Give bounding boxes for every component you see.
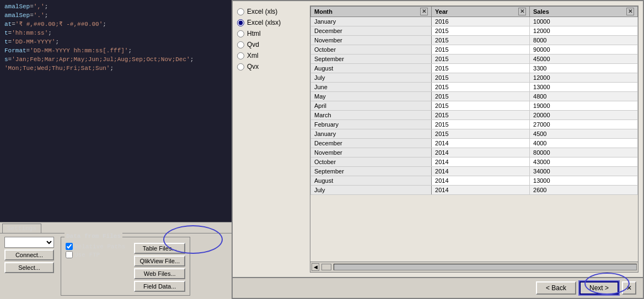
relative-paths-checkbox[interactable] bbox=[66, 243, 73, 250]
scroll-track[interactable] bbox=[334, 264, 637, 270]
dialog-footer: < Back Next > ✕ bbox=[233, 277, 643, 298]
html-radio[interactable] bbox=[237, 30, 244, 37]
table-files-button[interactable]: Table Files... bbox=[134, 243, 185, 254]
table-row: December20144000 bbox=[311, 139, 638, 148]
left-bottom-tabs: Settings bbox=[0, 222, 232, 233]
table-row: September201545000 bbox=[311, 55, 638, 64]
code-line: 'Mon;Tue;Wed;Thu;Fri;Sat;Sun'; bbox=[4, 64, 227, 73]
data-from-files-label: Data from Files bbox=[65, 233, 122, 240]
table-row: January20154500 bbox=[311, 129, 638, 139]
relative-paths-checkbox-label[interactable]: Relative Paths bbox=[66, 243, 125, 250]
use-ftp-checkbox[interactable] bbox=[66, 251, 73, 258]
format-options: Excel (xls) Excel (xlsx) Html Qvd Xml Qv… bbox=[237, 6, 303, 273]
code-line: at='₹ #,##0.00;₹ -#,##0.00'; bbox=[4, 20, 227, 29]
table-row: September201434000 bbox=[311, 167, 638, 176]
table-row: October201443000 bbox=[311, 157, 638, 167]
sales-column-header: Sales ✕ bbox=[530, 7, 638, 17]
code-line: amalSep='.'; bbox=[4, 11, 227, 20]
code-line: s='Jan;Feb;Mar;Apr;May;Jun;Jul;Aug;Sep;O… bbox=[4, 55, 227, 64]
settings-tab[interactable]: Settings bbox=[2, 224, 41, 233]
table-row: June201513000 bbox=[311, 83, 638, 92]
table-row: April201519000 bbox=[311, 101, 638, 111]
table-row: February201527000 bbox=[311, 120, 638, 129]
table-row: November201480000 bbox=[311, 148, 638, 157]
excel-xlsx-option[interactable]: Excel (xlsx) bbox=[237, 19, 303, 26]
month-col-close[interactable]: ✕ bbox=[420, 8, 428, 15]
qlikview-file-button[interactable]: QlikView File... bbox=[134, 255, 185, 267]
web-files-button[interactable]: Web Files... bbox=[134, 268, 185, 279]
year-column-header: Year ✕ bbox=[432, 7, 530, 17]
excel-xls-radio[interactable] bbox=[237, 8, 244, 15]
code-line: t='DD-MM-YYYY'; bbox=[4, 37, 227, 46]
data-table-wrapper: Month ✕ Year ✕ bbox=[310, 6, 638, 273]
table-body: January201610000December201512000Novembe… bbox=[311, 17, 638, 195]
table-scrollbar[interactable]: ◀ bbox=[310, 262, 638, 272]
excel-xls-option[interactable]: Excel (xls) bbox=[237, 8, 303, 15]
code-editor: amalSep=','; amalSep='.'; at='₹ #,##0.00… bbox=[0, 0, 232, 299]
close-button[interactable]: ✕ bbox=[622, 281, 636, 295]
select-button[interactable]: Select... bbox=[4, 262, 54, 273]
table-row: January201610000 bbox=[311, 17, 638, 26]
qvx-option[interactable]: Qvx bbox=[237, 63, 303, 70]
table-row: November20158000 bbox=[311, 36, 638, 45]
connection-dropdown[interactable] bbox=[4, 237, 54, 248]
table-row: March201520000 bbox=[311, 111, 638, 120]
month-column-header: Month ✕ bbox=[311, 7, 432, 17]
file-buttons: Table Files... QlikView File... Web File… bbox=[134, 243, 185, 292]
scroll-left-arrow[interactable]: ◀ bbox=[312, 263, 319, 271]
dialog-content: Excel (xls) Excel (xlsx) Html Qvd Xml Qv… bbox=[233, 1, 643, 277]
table-row: December201512000 bbox=[311, 26, 638, 36]
qvx-radio[interactable] bbox=[237, 63, 244, 70]
use-ftp-checkbox-label[interactable]: Use FTP bbox=[66, 251, 125, 258]
excel-xlsx-radio[interactable] bbox=[237, 19, 244, 26]
table-row: May20154800 bbox=[311, 92, 638, 101]
data-table-scroll[interactable]: Month ✕ Year ✕ bbox=[310, 6, 638, 262]
connect-button[interactable]: Connect... bbox=[4, 249, 54, 260]
next-button[interactable]: Next > bbox=[579, 281, 619, 295]
html-option[interactable]: Html bbox=[237, 30, 303, 37]
back-button[interactable]: < Back bbox=[536, 281, 576, 295]
table-row: October201590000 bbox=[311, 45, 638, 55]
table-row: August20153300 bbox=[311, 64, 638, 73]
table-row: July20142600 bbox=[311, 186, 638, 195]
code-line: Format='DD-MM-YYYY hh:mm:ss[.fff]'; bbox=[4, 46, 227, 55]
qvd-option[interactable]: Qvd bbox=[237, 41, 303, 48]
year-col-close[interactable]: ✕ bbox=[518, 8, 526, 15]
code-line: t='hh:mm:ss'; bbox=[4, 29, 227, 37]
sales-col-close[interactable]: ✕ bbox=[626, 8, 634, 15]
data-table: Month ✕ Year ✕ bbox=[310, 6, 638, 195]
table-row: August201413000 bbox=[311, 176, 638, 186]
field-data-button[interactable]: Field Data... bbox=[134, 281, 185, 292]
left-bottom-content: Connect... Select... Data from Files Rel… bbox=[0, 233, 232, 299]
table-row: July201512000 bbox=[311, 73, 638, 83]
qvd-radio[interactable] bbox=[237, 41, 244, 48]
scroll-thumb[interactable] bbox=[321, 264, 331, 270]
left-bottom-panel: Settings Connect... Select... Data from … bbox=[0, 222, 232, 299]
dialog-panel: Excel (xls) Excel (xlsx) Html Qvd Xml Qv… bbox=[232, 0, 644, 299]
code-line: amalSep=','; bbox=[4, 2, 227, 11]
xml-option[interactable]: Xml bbox=[237, 52, 303, 59]
xml-radio[interactable] bbox=[237, 52, 244, 59]
